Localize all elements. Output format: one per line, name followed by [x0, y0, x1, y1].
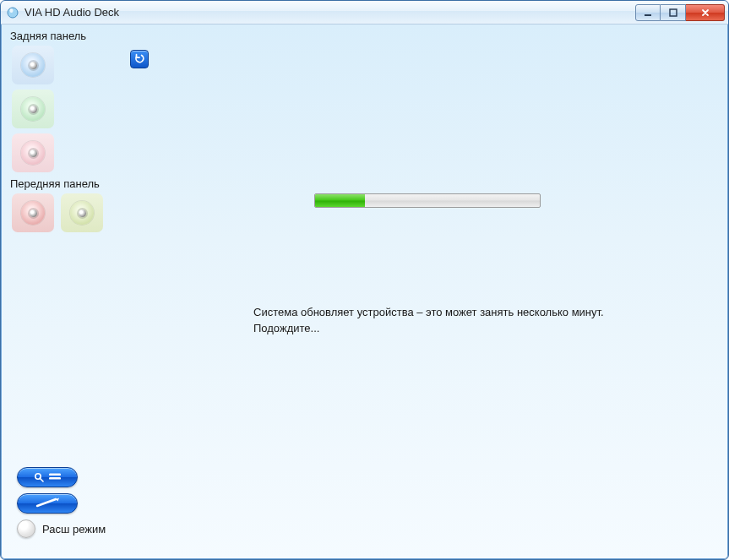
rear-jack-group: [5, 46, 149, 172]
svg-rect-3: [670, 9, 677, 16]
close-button[interactable]: [686, 4, 725, 21]
jack-mic[interactable]: [12, 133, 54, 172]
bottom-controls: Расш режим: [17, 467, 160, 538]
pen-icon: [30, 497, 64, 511]
svg-rect-6: [49, 477, 61, 480]
undo-icon: [133, 52, 145, 67]
front-jack-group: [5, 193, 149, 232]
svg-rect-2: [645, 14, 651, 16]
client-area: Задняя панель Передняя панель Система об…: [2, 24, 727, 558]
info-button[interactable]: [17, 493, 78, 514]
sidebar: Задняя панель Передняя панель: [5, 24, 149, 232]
titlebar: VIA HD Audio Deck: [1, 1, 728, 24]
window-title: VIA HD Audio Deck: [24, 6, 635, 19]
window-buttons: [635, 4, 725, 21]
settings-button[interactable]: [17, 467, 78, 487]
jack-front-hp[interactable]: [61, 193, 103, 232]
app-window: VIA HD Audio Deck Задняя панель Передняя…: [0, 0, 729, 560]
reset-button[interactable]: [130, 50, 149, 68]
jack-line-in[interactable]: [12, 46, 54, 84]
jack-line-out[interactable]: [12, 90, 54, 128]
svg-rect-5: [49, 473, 61, 476]
front-panel-label: Передняя панель: [5, 172, 149, 193]
tools-icon: [30, 470, 64, 485]
maximize-button[interactable]: [661, 4, 686, 21]
progress-bar: [314, 193, 541, 208]
svg-point-1: [10, 8, 14, 13]
mode-row: Расш режим: [17, 519, 160, 538]
minimize-button[interactable]: [635, 4, 661, 21]
status-message: Система обновляет устройства – это может…: [253, 305, 604, 337]
rear-panel-label: Задняя панель: [5, 24, 149, 46]
svg-point-0: [8, 8, 18, 18]
advanced-mode-toggle[interactable]: [17, 519, 35, 538]
progress-fill: [315, 194, 365, 207]
jack-front-mic[interactable]: [12, 193, 54, 232]
app-icon: [6, 6, 19, 19]
advanced-mode-label: Расш режим: [42, 523, 106, 536]
